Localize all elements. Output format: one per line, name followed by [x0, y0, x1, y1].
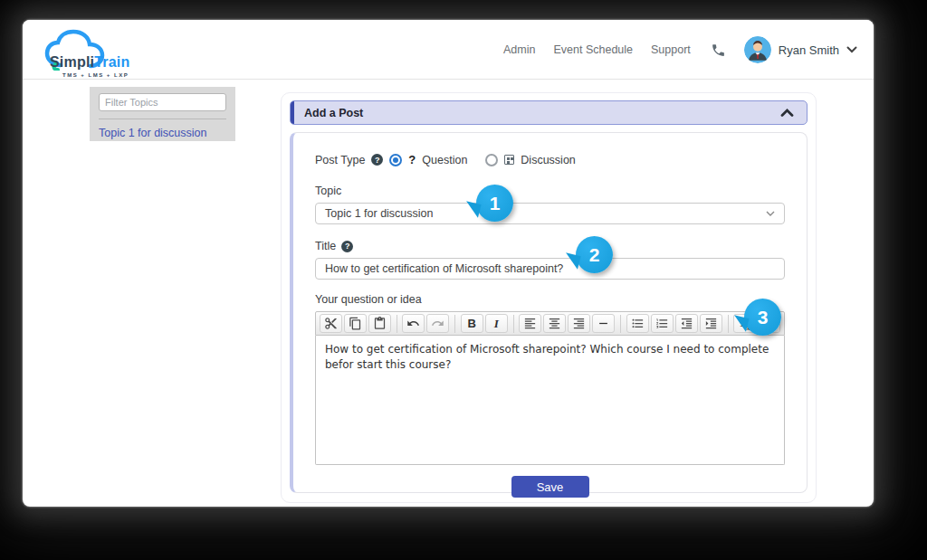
- post-type-help-icon[interactable]: ?: [371, 154, 383, 166]
- nav-event-schedule[interactable]: Event Schedule: [553, 43, 633, 56]
- topic-label: Topic: [315, 185, 785, 197]
- title-label: Title: [315, 240, 336, 252]
- toolbar-undo-button[interactable]: [402, 314, 425, 333]
- annotation-bubble-2: 2: [576, 236, 613, 273]
- logo-brand-secondary: Train: [94, 54, 129, 70]
- save-row: Save: [315, 476, 785, 498]
- title-help-icon[interactable]: ?: [341, 241, 353, 252]
- top-nav: Admin Event Schedule Support Rya: [503, 20, 857, 80]
- app-window: SimpliTrain TMS + LMS + LXP Admin Event …: [23, 20, 874, 507]
- top-header: SimpliTrain TMS + LMS + LXP Admin Event …: [23, 20, 874, 80]
- phone-icon[interactable]: [711, 43, 726, 58]
- topic-select[interactable]: Topic 1 for discussion: [315, 203, 785, 224]
- toolbar-bold-button[interactable]: B: [461, 314, 483, 333]
- user-name: Ryan Smith: [779, 43, 839, 57]
- panel-title: Add a Post: [291, 107, 363, 119]
- toolbar-horizontal-rule-button[interactable]: [592, 314, 615, 333]
- toolbar-cut-button[interactable]: [320, 314, 342, 333]
- logo-brand-primary: Simpli: [50, 54, 94, 70]
- toolbar-align-left-button[interactable]: [519, 314, 541, 333]
- title-input[interactable]: [315, 258, 785, 280]
- topics-sidebar: Topic 1 for discussion: [90, 87, 235, 141]
- question-option-label[interactable]: Question: [422, 154, 467, 166]
- title-label-row: Title ?: [315, 240, 785, 252]
- sidebar-topic-link[interactable]: Topic 1 for discussion: [99, 127, 226, 139]
- question-label: Your question or idea: [315, 293, 785, 306]
- avatar: [744, 36, 771, 63]
- logo[interactable]: SimpliTrain TMS + LMS + LXP: [37, 27, 146, 78]
- rich-text-editor: BITx<> How to get certification of Micro…: [315, 311, 785, 465]
- editor-toolbar: BITx<>: [315, 311, 785, 336]
- annotation-bubble-3: 3: [744, 299, 781, 336]
- logo-text: SimpliTrain: [50, 54, 129, 71]
- nav-support[interactable]: Support: [651, 43, 691, 56]
- nav-admin[interactable]: Admin: [503, 43, 535, 56]
- sidebar-divider: [99, 119, 226, 119]
- question-radio[interactable]: [389, 154, 402, 166]
- discussion-icon: [504, 155, 514, 165]
- select-chevron-icon: [766, 211, 775, 216]
- logo-tagline: TMS + LMS + LXP: [62, 72, 129, 78]
- toolbar-bulleted-list-button[interactable]: [626, 314, 649, 333]
- add-post-panel-header[interactable]: Add a Post: [290, 100, 808, 125]
- toolbar-align-center-button[interactable]: [543, 314, 566, 333]
- post-type-row: Post Type ? ? Question Discussion: [315, 153, 785, 166]
- add-post-form: Post Type ? ? Question Discussion Topic …: [290, 132, 808, 493]
- discussion-radio[interactable]: [485, 154, 498, 166]
- annotation-bubble-1: 1: [476, 185, 513, 222]
- toolbar-redo-button[interactable]: [426, 314, 449, 333]
- chevron-down-icon[interactable]: [846, 46, 857, 53]
- add-post-panel: Add a Post Post Type ? ? Question Discus…: [281, 92, 817, 503]
- toolbar-indent-button[interactable]: [700, 314, 722, 333]
- toolbar-outdent-button[interactable]: [675, 314, 698, 333]
- toolbar-numbered-list-button[interactable]: [651, 314, 674, 333]
- toolbar-copy-button[interactable]: [344, 314, 367, 333]
- topic-select-value: Topic 1 for discussion: [325, 207, 434, 220]
- toolbar-italic-button[interactable]: I: [485, 314, 508, 333]
- save-button[interactable]: Save: [511, 476, 589, 498]
- chevron-up-icon[interactable]: [780, 109, 794, 117]
- editor-body[interactable]: How to get certification of Microsoft sh…: [315, 336, 785, 465]
- toolbar-paste-button[interactable]: [368, 314, 391, 333]
- toolbar-align-right-button[interactable]: [568, 314, 590, 333]
- discussion-option-label[interactable]: Discussion: [521, 154, 575, 166]
- post-type-label: Post Type: [315, 154, 365, 166]
- user-menu[interactable]: Ryan Smith: [744, 36, 857, 63]
- filter-topics-input[interactable]: [99, 93, 226, 111]
- question-glyph: ?: [408, 153, 416, 166]
